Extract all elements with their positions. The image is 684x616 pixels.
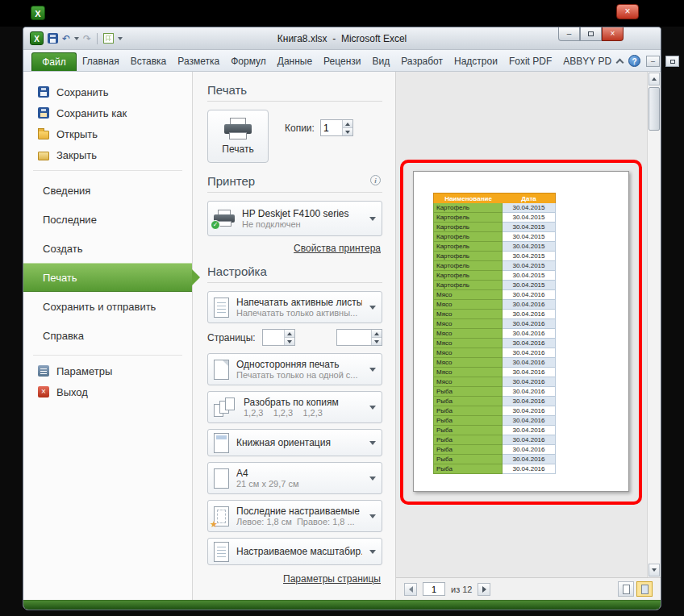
ribbon-tab[interactable]: Главная <box>77 52 125 71</box>
collapse-ribbon-icon[interactable] <box>616 58 624 66</box>
margins-dropdown[interactable]: ★ Последние настраиваемые ... Левое: 1,8… <box>207 500 382 532</box>
ribbon-tab[interactable]: Надстрои <box>448 52 503 71</box>
preview-table-row: Картофель 30.04.2015 <box>433 252 556 261</box>
sidebar-item-label: Справка <box>43 330 84 342</box>
collate-dropdown[interactable]: Разобрать по копиям 1,2,3 1,2,3 1,2,3 <box>207 391 382 423</box>
minimize-button[interactable]: – <box>558 27 580 41</box>
cell-date: 30.04.2016 <box>503 397 556 406</box>
page-setup-link[interactable]: Параметры страницы <box>283 573 381 585</box>
printer-icon <box>224 118 252 139</box>
ribbon-tab[interactable]: Foxit PDF <box>503 52 557 71</box>
fit-page-icon[interactable] <box>636 581 653 597</box>
cell-date: 30.04.2015 <box>503 223 556 232</box>
cell-name: Рыба <box>433 435 503 445</box>
cell-name: Рыба <box>433 387 503 397</box>
cell-name: Рыба <box>433 406 503 416</box>
preview-scrollbar[interactable] <box>647 72 661 577</box>
scroll-down-icon[interactable] <box>649 564 660 576</box>
ribbon-tab[interactable]: Разметка <box>172 52 225 71</box>
sidebar-item-exit[interactable]: × Выход <box>23 381 192 402</box>
copies-input[interactable] <box>321 120 342 135</box>
tab-file[interactable]: Файл <box>31 52 77 71</box>
print-button-label: Печать <box>222 144 253 155</box>
portrait-orientation-icon <box>214 433 229 453</box>
sidebar-item-options[interactable]: Параметры <box>23 360 192 381</box>
ribbon-tab[interactable]: ABBYY PD <box>557 52 617 71</box>
scaling-dropdown[interactable]: Настраиваемое масштабир... <box>207 538 382 565</box>
redo-icon[interactable]: ↷ <box>83 34 91 44</box>
sidebar-item-save[interactable]: Сохранить <box>23 81 192 102</box>
one-sided-page-icon <box>214 360 229 380</box>
copies-label: Копии: <box>285 123 315 134</box>
sidebar-item-open[interactable]: Открыть <box>23 123 192 144</box>
next-page-button[interactable] <box>478 583 490 596</box>
sidebar-item-recent[interactable]: Последние <box>23 205 192 234</box>
current-page-input[interactable] <box>423 582 445 596</box>
pages-to-decrement-icon[interactable] <box>372 337 382 345</box>
cell-name: Картофель <box>433 203 503 213</box>
sidebar-item-new[interactable]: Создать <box>23 234 192 263</box>
close-button[interactable]: × <box>602 27 624 41</box>
excel-logo-icon[interactable]: X <box>31 6 45 20</box>
cell-name: Картофель <box>433 261 503 271</box>
ribbon-tab[interactable]: Формул <box>225 52 272 71</box>
ribbon-tab[interactable]: Рецензи <box>318 52 366 71</box>
scroll-up-icon[interactable] <box>649 73 660 85</box>
scrollbar-thumb[interactable] <box>649 87 660 131</box>
preview-table-rows: Картофель 30.04.2015 Картофель 30.04.201… <box>433 203 556 474</box>
chevron-down-icon <box>369 217 376 221</box>
info-icon[interactable]: i <box>370 175 381 185</box>
table-icon[interactable] <box>103 33 114 44</box>
backstage-view: Сохранить Сохранить как Открыть Закрыть … <box>23 72 661 600</box>
duplex-dropdown[interactable]: Односторонняя печать Печатать только на … <box>207 353 382 385</box>
orientation-dropdown[interactable]: Книжная ориентация <box>207 429 382 456</box>
qat-menu-caret-icon[interactable] <box>118 37 123 40</box>
cell-name: Рыба <box>433 445 503 455</box>
paper-size-dropdown[interactable]: A4 21 см x 29,7 см <box>207 462 382 494</box>
sidebar-item-close[interactable]: Закрыть <box>23 144 192 165</box>
sidebar-item-print[interactable]: Печать <box>23 263 192 292</box>
doc-minimize-icon[interactable]: – <box>646 56 660 67</box>
printer-dropdown[interactable]: ✓ HP Deskjet F4100 series Не подключен <box>207 201 382 236</box>
sidebar-item-label: Выход <box>56 386 88 398</box>
copies-increment-icon[interactable] <box>343 120 352 127</box>
ribbon-tab[interactable]: Разработ <box>395 52 448 71</box>
help-icon[interactable]: ? <box>628 55 640 67</box>
excel-window: X ↶ ↷ Книга8.xlsx - Microsoft Excel – × … <box>23 27 661 610</box>
pages-to-input[interactable] <box>337 330 371 345</box>
save-icon <box>38 86 49 98</box>
printer-status-check-icon: ✓ <box>211 220 220 230</box>
undo-icon[interactable]: ↶ <box>62 34 70 44</box>
pages-from-decrement-icon[interactable] <box>285 337 294 345</box>
ribbon-tab[interactable]: Вставка <box>125 52 173 71</box>
printer-properties-link[interactable]: Свойства принтера <box>294 243 381 254</box>
pages-from-input[interactable] <box>263 330 284 345</box>
printer-section-heading: Принтер i <box>207 174 382 193</box>
pages-to-increment-icon[interactable] <box>372 330 382 337</box>
desktop-top-strip: X × <box>0 0 684 27</box>
copies-decrement-icon[interactable] <box>343 127 352 135</box>
print-button[interactable]: Печать <box>207 110 269 163</box>
pages-from-increment-icon[interactable] <box>285 330 294 337</box>
zoom-to-page-icon[interactable] <box>618 581 634 597</box>
ribbon-tab[interactable]: Данные <box>272 52 318 71</box>
excel-icon[interactable]: X <box>30 31 44 45</box>
doc-restore-icon[interactable] <box>665 56 679 67</box>
sidebar-item-save-as[interactable]: Сохранить как <box>23 102 192 123</box>
outer-close-icon[interactable]: × <box>616 4 639 19</box>
chevron-down-icon <box>369 477 376 481</box>
sidebar-item-help[interactable]: Справка <box>23 321 192 350</box>
print-what-dropdown[interactable]: Напечатать активные листы Напечатать тол… <box>207 291 382 323</box>
maximize-button[interactable] <box>580 27 602 41</box>
printer-properties-row: Свойства принтера <box>207 240 381 255</box>
save-icon[interactable] <box>48 33 58 44</box>
ribbon-tabs: Главная Вставка Разметка Формул Данные Р… <box>77 52 617 71</box>
sidebar-item-info[interactable]: Сведения <box>23 176 192 205</box>
undo-dropdown-caret-icon[interactable] <box>74 37 79 40</box>
sidebar-item-label: Печать <box>43 272 77 284</box>
previous-page-button[interactable] <box>404 583 417 596</box>
ribbon-tab[interactable]: Вид <box>367 52 396 71</box>
preview-table-row: Рыба 30.04.2016 <box>433 435 556 445</box>
preview-table-row: Мясо 30.04.2016 <box>433 329 556 339</box>
sidebar-item-save-and-send[interactable]: Сохранить и отправить <box>23 292 192 321</box>
